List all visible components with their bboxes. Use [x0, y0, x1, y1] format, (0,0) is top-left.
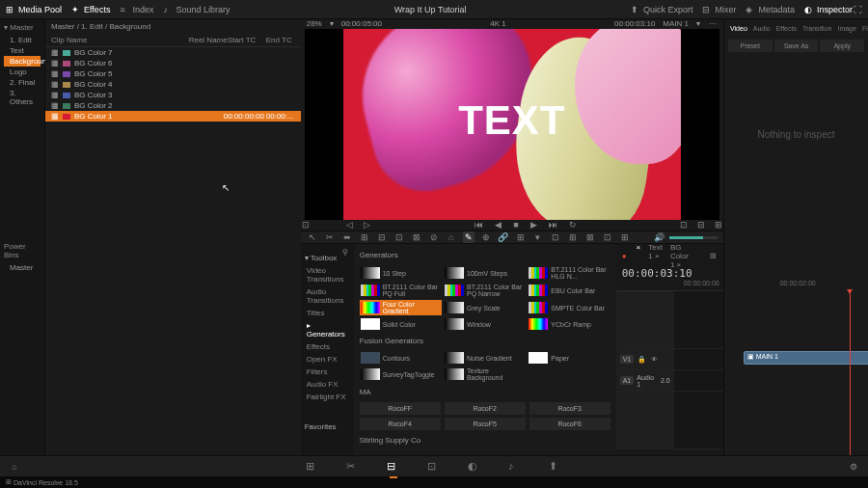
media-clip[interactable]: ▦BG Color 2	[45, 100, 301, 111]
page-nav-icon[interactable]: ⊞	[306, 460, 319, 474]
topbar-quick-export[interactable]: ⬆Quick Export	[631, 5, 693, 14]
inspector-sub-btn[interactable]: Save As	[774, 40, 819, 52]
fx-nav-item[interactable]: Fairlight FX	[305, 391, 350, 403]
timeline-tab[interactable]: ×	[637, 243, 641, 269]
bin-item[interactable]: 2. Final	[4, 77, 41, 88]
prev-edit-icon[interactable]: ◁	[346, 221, 354, 229]
windows-icon[interactable]: ⊞	[5, 478, 13, 486]
power-bin-master[interactable]: Master	[4, 262, 41, 273]
inspector-tab[interactable]: Video	[728, 23, 749, 34]
timeline-tool[interactable]: ⊡	[550, 231, 561, 243]
fx-generator[interactable]: 10 Step	[360, 265, 442, 281]
fx-generator[interactable]: Noise Gradient	[444, 351, 526, 365]
media-clip[interactable]: ▦BG Color 7	[45, 47, 301, 58]
fx-generator[interactable]: BT.2111 Color Bar PQ Narrow	[444, 283, 526, 298]
eye-icon[interactable]: 👁	[650, 356, 658, 364]
match-frame-icon[interactable]: ⊡	[302, 221, 310, 229]
page-nav-icon[interactable]: ⊟	[387, 460, 400, 474]
fx-nav-item[interactable]: Open FX	[305, 353, 350, 366]
timeline-ruler[interactable]: 00:00:00:0000:00:02:0000:00:04:0000:00:0…	[616, 280, 723, 291]
inspector-tab[interactable]: Effects	[774, 23, 799, 34]
inspector-tab[interactable]: Transition	[800, 23, 833, 34]
media-clip[interactable]: ▦BG Color 3	[45, 90, 301, 100]
timeline-tool[interactable]: ⬌	[341, 231, 353, 243]
inspector-sub-btn[interactable]: Preset	[728, 40, 773, 52]
bin-item[interactable]: 1. Edit	[4, 35, 41, 45]
timeline-tool[interactable]: ✎	[463, 231, 475, 243]
resolution[interactable]: 4K 1	[490, 19, 505, 28]
media-clip[interactable]: ▦BG Color 5	[45, 68, 301, 79]
fx-nav-item[interactable]: ▸ Generators	[305, 319, 350, 340]
timeline-tool[interactable]: ⊡	[602, 231, 613, 243]
fx-generator[interactable]: BT.2111 Color Bar PQ Full	[360, 283, 442, 298]
topbar-media-pool[interactable]: ⊞Media Pool	[6, 5, 62, 14]
macro-btn[interactable]: RocoF2	[445, 402, 526, 415]
fx-generator[interactable]: BT.2111 Color Bar HLG N...	[528, 265, 610, 281]
timeline-tool[interactable]: ⊠	[584, 231, 596, 243]
fx-generator[interactable]: Contours	[360, 351, 442, 365]
fx-generator[interactable]: Texture Background	[444, 366, 526, 382]
timeline-menu[interactable]: MAIN 1	[663, 19, 689, 28]
fx-generator[interactable]: Four Color Gradient	[360, 300, 442, 315]
timeline-tool[interactable]: ⊞	[619, 231, 631, 243]
page-nav-icon[interactable]: ✂	[346, 460, 360, 474]
inspector-tab[interactable]: File	[860, 23, 868, 34]
bin-item[interactable]: Logo	[4, 67, 41, 77]
inspector-tab[interactable]: Image	[835, 23, 857, 34]
settings-icon[interactable]: ⚙	[850, 463, 857, 471]
transport-btn[interactable]: ▶	[529, 220, 539, 230]
viewer-options-icon[interactable]: ⋯	[709, 20, 717, 28]
viewer[interactable]: TEXT	[305, 29, 719, 220]
timeline-tool[interactable]: ⊞	[359, 231, 370, 243]
transport-btn[interactable]: ↻	[567, 220, 579, 230]
timeline-tool[interactable]: ⊠	[411, 231, 422, 243]
next-edit-icon[interactable]: ▷	[364, 221, 371, 229]
timeline-tool[interactable]: ↖	[307, 231, 318, 243]
viewer-tool-icon[interactable]: ⊟	[697, 221, 705, 229]
home-icon[interactable]: ⌂	[11, 463, 18, 471]
page-nav-icon[interactable]: ⬆	[549, 460, 562, 474]
fx-generator[interactable]: Window	[444, 317, 526, 331]
timeline-tool[interactable]: ⊕	[480, 231, 492, 243]
page-nav-icon[interactable]: ♪	[508, 460, 522, 474]
timeline-tool[interactable]: ⊞	[567, 231, 579, 243]
bin-item[interactable]: Text	[4, 45, 41, 56]
fx-nav-item[interactable]: Audio FX	[305, 378, 350, 391]
fx-generator[interactable]: SurveyTagToggle	[360, 366, 442, 382]
timeline-timecode[interactable]: 00:00:03:10	[616, 267, 723, 280]
fx-generator[interactable]: EBU Color Bar	[528, 283, 610, 298]
timeline-tool[interactable]: ⊟	[376, 231, 388, 243]
inspector-sub-btn[interactable]: Apply	[820, 40, 864, 52]
inspector-tab[interactable]: Audio	[751, 23, 773, 34]
timeline-tab[interactable]: Text 1 ×	[648, 243, 663, 269]
power-bins-header[interactable]: Power Bins	[4, 242, 41, 259]
timeline-tab[interactable]: BG Color 1 ×	[670, 243, 690, 269]
timeline-tool[interactable]: ⊞	[515, 231, 527, 243]
timeline-tool[interactable]: ✂	[324, 231, 336, 243]
fx-nav-item[interactable]: Audio Transitions	[305, 285, 350, 307]
topbar-sound-library[interactable]: ♪Sound Library	[163, 5, 230, 14]
search-icon[interactable]: ⚲	[341, 248, 349, 256]
timeline-tool[interactable]: ▾	[532, 231, 544, 243]
macro-btn[interactable]: RocoFF	[360, 402, 441, 415]
fx-nav-item[interactable]: Filters	[305, 366, 350, 378]
transport-btn[interactable]: ⏮	[473, 220, 485, 230]
macro-btn[interactable]: RocoF3	[529, 402, 610, 415]
media-clip[interactable]: ▦BG Color 4	[45, 79, 301, 90]
macro-btn[interactable]: RocoF6	[529, 418, 610, 430]
timeline-tool[interactable]: ⊘	[428, 231, 440, 243]
fx-nav-item[interactable]: Effects	[305, 340, 350, 353]
timeline-tool[interactable]: ⌂	[446, 231, 457, 243]
favorites-header[interactable]: Favorites	[305, 422, 350, 431]
media-clip[interactable]: ▦BG Color 100:00:00:0000:00:...	[45, 111, 301, 122]
bin-item[interactable]: 3. Others	[4, 88, 41, 107]
timeline-tool[interactable]: 🔗	[498, 231, 509, 243]
macro-btn[interactable]: RocoF4	[360, 418, 441, 430]
speaker-icon[interactable]: 🔊	[655, 233, 663, 241]
bin-item[interactable]: Background	[4, 56, 41, 67]
topbar-mixer[interactable]: ⊟Mixer	[702, 5, 736, 14]
timeline-view-icon[interactable]: ⊞	[710, 252, 717, 259]
timeline-tool[interactable]: ⊡	[393, 231, 405, 243]
page-nav-icon[interactable]: ◐	[468, 460, 481, 474]
fx-generator[interactable]: Solid Color	[360, 317, 442, 331]
